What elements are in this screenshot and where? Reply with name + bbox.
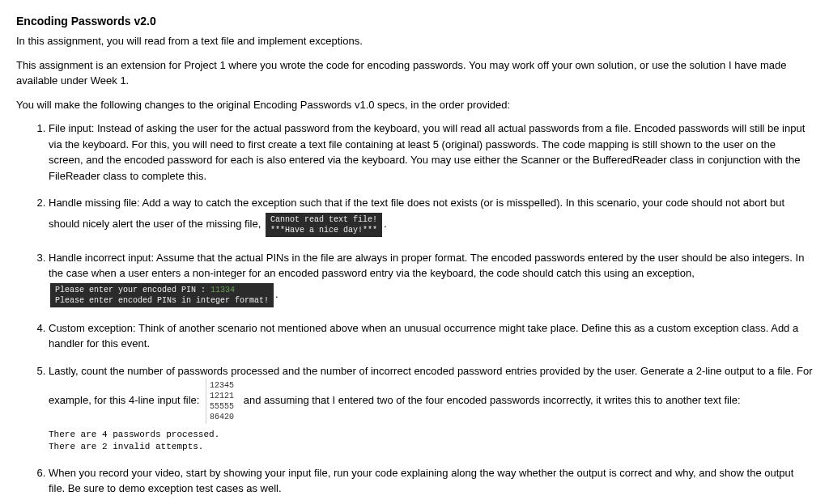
step-3-code-line1b: 11334 [210, 286, 235, 294]
step-2-code-line1: Cannot read text file! [270, 215, 377, 224]
step-3-period: . [275, 288, 278, 300]
step-3-code-line1a: Please enter your encoded PIN : [55, 286, 210, 294]
intro-paragraph-1: In this assignment, you will read from a… [16, 33, 813, 49]
page-title: Encoding Passwords v2.0 [16, 13, 813, 30]
step-3: Handle incorrect input: Assume that the … [49, 250, 813, 309]
step-3-text: Handle incorrect input: Assume that the … [49, 252, 804, 280]
step-4: Custom exception: Think of another scena… [49, 320, 813, 352]
step-3-code-line2: Please enter encoded PINs in integer for… [55, 296, 269, 305]
step-2-code-line2: ***Have a nice day!*** [270, 226, 377, 235]
step-5: Lastly, count the number of passwords pr… [49, 363, 813, 454]
step-1: File input: Instead of asking the user f… [49, 121, 813, 184]
step-3-code-block: Please enter your encoded PIN : 11334 Pl… [50, 283, 274, 307]
step-2: Handle missing file: Add a way to catch … [49, 195, 813, 239]
step-2-text: Handle missing file: Add a way to catch … [49, 197, 784, 230]
intro-paragraph-3: You will make the following changes to t… [16, 97, 813, 113]
step-5-text-b: and assuming that I entered two of the f… [244, 394, 741, 406]
intro-paragraph-2: This assignment is an extension for Proj… [16, 57, 813, 89]
step-5-input-file: 12345 12121 55555 86420 [206, 379, 237, 424]
step-2-code-block: Cannot read text file! ***Have a nice da… [266, 213, 382, 237]
steps-list: File input: Instead of asking the user f… [16, 121, 813, 497]
step-6: When you record your video, start by sho… [49, 465, 813, 497]
step-5-output-file: There are 4 passwords processed. There a… [49, 429, 813, 454]
step-2-period: . [384, 218, 387, 230]
